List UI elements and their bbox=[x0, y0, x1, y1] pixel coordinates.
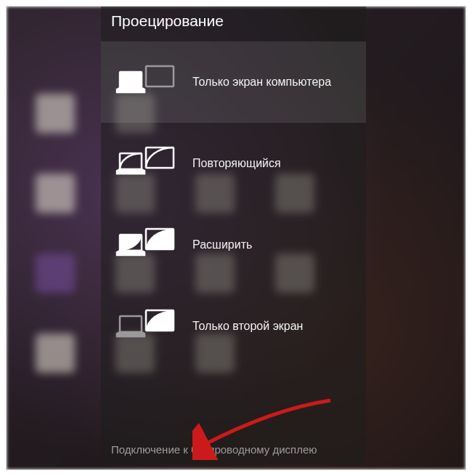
screenshot-frame: Проецирование bbox=[6, 6, 466, 470]
extend-icon bbox=[114, 226, 176, 264]
option-extend[interactable]: Расширить bbox=[101, 204, 366, 286]
option-duplicate[interactable]: Повторяющийся bbox=[101, 123, 366, 204]
project-panel: Проецирование bbox=[101, 7, 366, 464]
projection-options-list: Только экран компьютера bbox=[101, 41, 366, 464]
second-screen-only-icon bbox=[114, 307, 176, 345]
option-pc-screen-only[interactable]: Только экран компьютера bbox=[101, 41, 366, 123]
pc-screen-only-icon bbox=[114, 63, 176, 101]
option-second-screen-only[interactable]: Только второй экран bbox=[101, 286, 366, 367]
svg-rect-7 bbox=[120, 316, 142, 332]
connect-wireless-display-link[interactable]: Подключение к беспроводному дисплею bbox=[101, 439, 366, 460]
panel-title: Проецирование bbox=[101, 7, 366, 41]
svg-rect-0 bbox=[146, 66, 174, 86]
duplicate-icon bbox=[114, 145, 176, 182]
svg-rect-1 bbox=[120, 72, 142, 88]
option-label: Только экран компьютера bbox=[192, 76, 331, 89]
option-label: Повторяющийся bbox=[192, 157, 281, 170]
option-label: Расширить bbox=[192, 238, 252, 251]
option-label: Только второй экран bbox=[192, 320, 303, 333]
